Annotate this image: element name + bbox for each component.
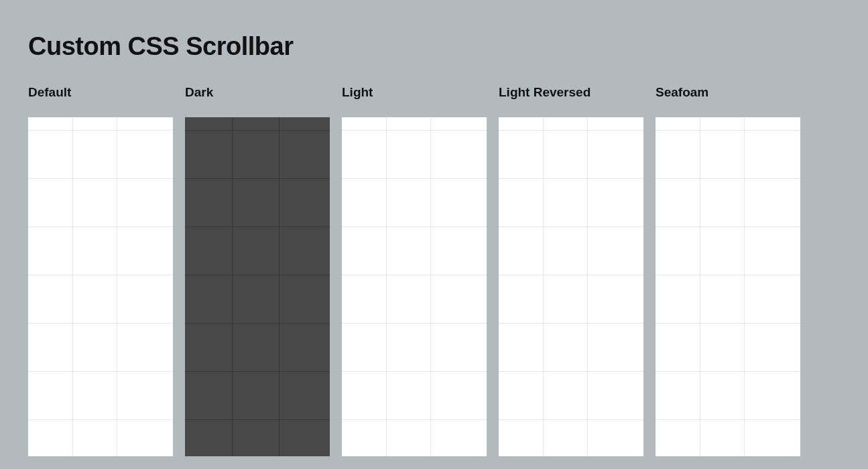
column-label: Light Reversed [499,85,643,100]
scroll-content [185,117,330,456]
column-label: Default [28,85,173,100]
column-label: Dark [185,85,330,100]
column-default: Default [28,85,173,456]
page-root: Custom CSS Scrollbar Default Dark [0,0,868,456]
scroll-box-seafoam[interactable] [656,117,800,456]
column-dark: Dark [185,85,330,456]
scroll-box-default[interactable] [28,117,173,456]
page-title: Custom CSS Scrollbar [28,32,840,61]
scroll-content [656,117,800,456]
scroll-content [28,117,173,456]
scroll-content [342,117,487,456]
columns-row: Default Dark [28,85,840,456]
scroll-content [499,117,643,456]
scroll-box-light-reversed[interactable] [499,117,643,456]
column-label: Seafoam [656,85,800,100]
column-label: Light [342,85,487,100]
column-light: Light [342,85,487,456]
column-light-reversed: Light Reversed [499,85,643,456]
column-seafoam: Seafoam [656,85,800,456]
scroll-box-light[interactable] [342,117,487,456]
scroll-box-dark[interactable] [185,117,330,456]
